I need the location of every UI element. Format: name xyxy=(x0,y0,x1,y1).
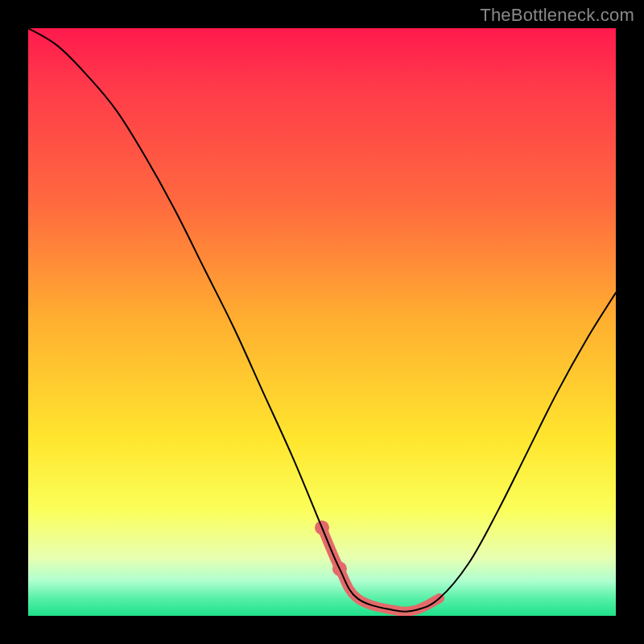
watermark-label: TheBottleneck.com xyxy=(480,5,634,26)
chart-frame: TheBottleneck.com xyxy=(0,0,644,644)
curve-overlay xyxy=(28,28,616,616)
plot-area xyxy=(28,28,616,616)
